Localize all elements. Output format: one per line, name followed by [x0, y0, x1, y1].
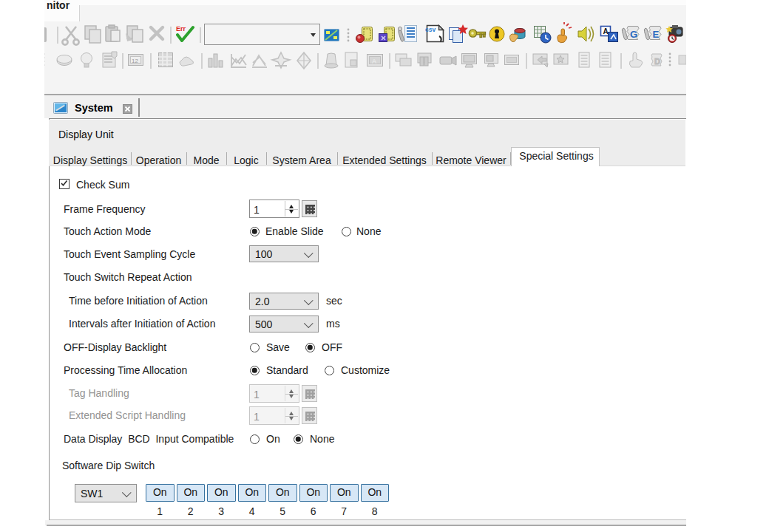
svg-text:G: G	[630, 29, 637, 40]
svg-text:Err: Err	[176, 25, 186, 33]
svg-text:A: A	[372, 58, 376, 65]
svg-text:csv: csv	[425, 26, 436, 33]
svg-text:A: A	[603, 27, 609, 35]
svg-text:12: 12	[132, 58, 138, 64]
svg-text:E: E	[653, 29, 660, 40]
svg-text:D: D	[654, 57, 660, 66]
